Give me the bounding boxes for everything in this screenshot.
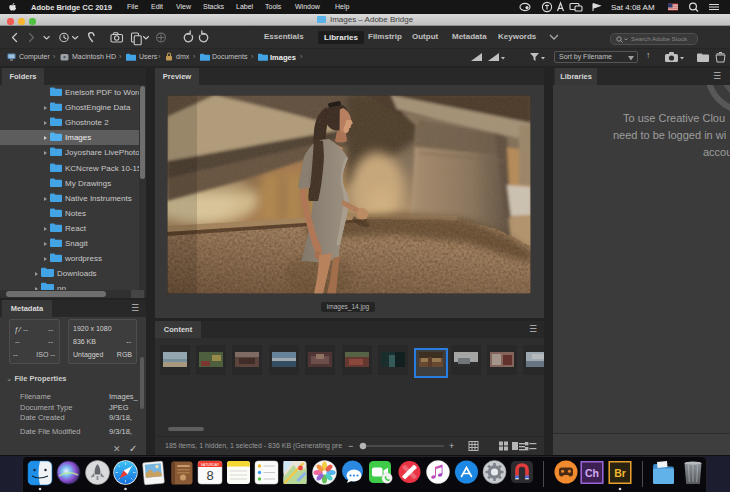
svg-text:Ch: Ch — [585, 467, 599, 479]
svg-text:Sat 4:08 AM: Sat 4:08 AM — [611, 3, 655, 12]
svg-text:Br: Br — [614, 467, 626, 479]
svg-text:8: 8 — [206, 468, 213, 483]
svg-text:SATURDAY: SATURDAY — [201, 463, 220, 467]
